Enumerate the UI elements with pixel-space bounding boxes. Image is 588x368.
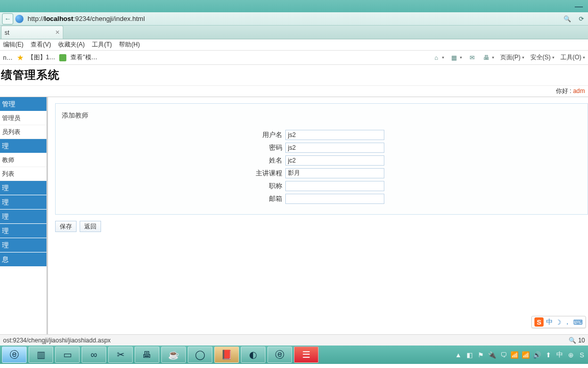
ime-toolbar[interactable]: S 中 ☽ ， ⌨ — [531, 316, 586, 328]
taskbar-app-8[interactable]: ◯ — [188, 347, 212, 363]
sidebar-section-6[interactable]: 理 — [0, 224, 46, 238]
taskbar-app-10[interactable]: ◐ — [241, 347, 265, 363]
label-username: 用户名 — [56, 130, 285, 140]
greeting-username: adm — [573, 87, 585, 95]
label-email: 邮箱 — [56, 194, 285, 203]
browser-toolbar: n… ★ 【图】1… 查看"模… ⌂▾ ▦▾ ✉ 🖶▾ 页面(P) ▾ 安全(S… — [0, 51, 588, 65]
star-icon[interactable]: ★ — [17, 53, 23, 62]
ime-punct[interactable]: ， — [564, 317, 571, 327]
main-panel: 添加教师 用户名 密码 姓名 主讲课程 — [48, 97, 588, 334]
taskbar-app-ie[interactable]: ⓔ — [2, 347, 27, 363]
input-password[interactable] — [285, 143, 384, 153]
tray-icon-6[interactable]: 📶 — [510, 351, 519, 359]
taskbar-app-3[interactable]: ▭ — [55, 347, 80, 363]
sidebar-section-2[interactable]: 理 — [0, 139, 46, 153]
taskbar-app-11[interactable]: ⓔ — [267, 347, 292, 363]
browser-status-bar: ost:9234/chengji/jiaoshi/jiaoshiadd.aspx… — [0, 334, 588, 346]
label-title: 职称 — [56, 181, 285, 191]
favorite-green-icon[interactable] — [59, 54, 66, 61]
back-button[interactable]: 返回 — [80, 221, 101, 232]
menu-view[interactable]: 查看(V) — [31, 40, 51, 49]
taskbar-app-6[interactable]: 🖶 — [135, 347, 159, 363]
input-course[interactable] — [285, 168, 384, 178]
greeting-label: 你好 : — [556, 87, 572, 95]
browser-address-bar: ← http://localhost:9234/chengji/index.ht… — [0, 12, 588, 26]
taskbar-app-12[interactable]: ☰ — [294, 347, 318, 363]
sidebar-item-teacher[interactable]: 教师 — [0, 153, 46, 167]
toolbar-tools[interactable]: 工具(O) ▾ — [560, 53, 585, 62]
ime-moon-icon[interactable]: ☽ — [555, 318, 561, 326]
toolbar-safety-label: 安全(S) — [530, 53, 551, 62]
menu-favorites[interactable]: 收藏夹(A) — [58, 40, 85, 49]
input-username[interactable] — [285, 130, 384, 140]
caret-icon: ▾ — [583, 55, 585, 60]
menu-help[interactable]: 帮助(H) — [119, 40, 140, 49]
input-email[interactable] — [285, 194, 384, 204]
toolbar-home[interactable]: ⌂▾ — [432, 54, 444, 62]
panel-title: 添加教师 — [56, 104, 587, 124]
search-icon[interactable]: 🔍 — [562, 14, 572, 24]
tray-icon-5[interactable]: 🗨 — [499, 351, 507, 359]
sidebar-item-adminlist[interactable]: 员列表 — [0, 125, 46, 139]
toolbar-safety[interactable]: 安全(S) ▾ — [530, 53, 554, 62]
taskbar-app-5[interactable]: ✂ — [108, 347, 133, 363]
page-title: 绩管理系统 — [1, 67, 60, 83]
sidebar-section-8[interactable]: 息 — [0, 252, 46, 267]
menu-tools[interactable]: 工具(T) — [92, 40, 112, 49]
tray-icon-11[interactable]: ⊕ — [567, 351, 575, 359]
label-name: 姓名 — [56, 156, 285, 165]
sidebar-section-1[interactable]: 管理 — [0, 97, 46, 111]
minimize-button[interactable]: — — [575, 2, 583, 11]
tray-icon-9[interactable]: ⬆ — [544, 351, 552, 359]
url-field[interactable]: http://localhost:9234/chengji/index.html — [27, 15, 557, 22]
taskbar-app-4[interactable]: ∞ — [82, 347, 106, 363]
toolbar-feeds[interactable]: ▦▾ — [450, 54, 462, 62]
browser-tab[interactable]: st ✕ — [1, 26, 63, 39]
sidebar-item-admin[interactable]: 管理员 — [0, 111, 46, 125]
tray-icon-2[interactable]: ◧ — [465, 351, 474, 359]
toolbar-mail[interactable]: ✉ — [468, 54, 476, 62]
menu-edit[interactable]: 编辑(E) — [3, 40, 23, 49]
label-course: 主讲课程 — [56, 169, 285, 178]
label-password: 密码 — [56, 143, 285, 152]
refresh-icon[interactable]: ⟳ — [577, 14, 586, 24]
input-title[interactable] — [285, 181, 384, 191]
url-host: localhost — [44, 15, 74, 22]
sidebar-section-3[interactable]: 理 — [0, 181, 46, 195]
form-panel: 添加教师 用户名 密码 姓名 主讲课程 — [55, 103, 588, 215]
taskbar-app-9[interactable]: 📕 — [214, 347, 239, 363]
taskbar-app-2[interactable]: ▥ — [29, 347, 53, 363]
tray-icon-3[interactable]: ⚑ — [477, 351, 485, 359]
toolbar-print[interactable]: 🖶▾ — [482, 54, 494, 62]
status-zoom[interactable]: 🔍 10 — [569, 337, 585, 344]
tray-icon-1[interactable]: ▲ — [454, 351, 462, 359]
input-name[interactable] — [285, 155, 384, 166]
url-rest: :9234/chengji/index.html — [74, 15, 145, 22]
keyboard-icon[interactable]: ⌨ — [573, 318, 583, 326]
favorite-item-2[interactable]: 【图】1… — [28, 53, 56, 62]
favorite-item-1[interactable]: n… — [3, 54, 13, 61]
zoom-value: 10 — [578, 337, 585, 344]
mail-icon: ✉ — [468, 54, 476, 62]
tray-icon-7[interactable]: 📶 — [522, 351, 530, 359]
sidebar-section-5[interactable]: 理 — [0, 210, 46, 224]
tray-icon-10[interactable]: 中 — [555, 351, 564, 359]
sidebar-section-7[interactable]: 理 — [0, 238, 46, 252]
tray-icon-4[interactable]: 🔌 — [488, 351, 496, 359]
back-button[interactable]: ← — [2, 13, 13, 25]
tray-icon-8[interactable]: 🔊 — [533, 351, 541, 359]
form-actions: 保存 返回 — [55, 221, 588, 232]
sidebar-section-4[interactable]: 理 — [0, 195, 46, 210]
sidebar-item-list[interactable]: 列表 — [0, 167, 46, 181]
tab-close-icon[interactable]: ✕ — [55, 29, 60, 36]
toolbar-page[interactable]: 页面(P) ▾ — [500, 53, 524, 62]
tray-icon-12[interactable]: S — [578, 351, 586, 359]
page-header: 绩管理系统 — [0, 65, 588, 85]
save-button[interactable]: 保存 — [55, 221, 77, 232]
ime-lang[interactable]: 中 — [546, 317, 553, 327]
window-titlebar: — — [0, 0, 588, 12]
status-text: ost:9234/chengji/jiaoshi/jiaoshiadd.aspx — [3, 337, 111, 344]
favorite-item-3[interactable]: 查看"模… — [70, 53, 97, 62]
taskbar-apps: ⓔ ▥ ▭ ∞ ✂ 🖶 ☕ ◯ 📕 ◐ ⓔ ☰ — [2, 347, 318, 363]
taskbar-app-7[interactable]: ☕ — [161, 347, 186, 363]
